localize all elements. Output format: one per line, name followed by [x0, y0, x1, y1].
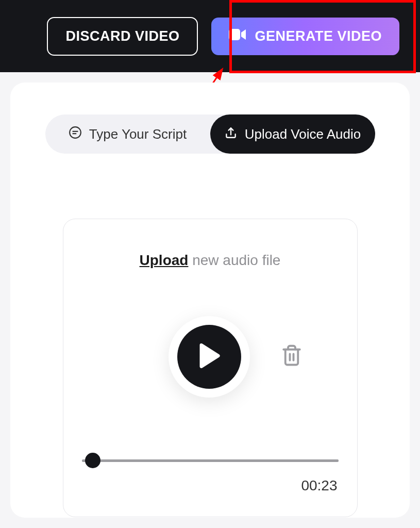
upload-title: Upload new audio file	[82, 252, 339, 269]
play-button[interactable]	[169, 316, 250, 398]
chat-icon	[69, 126, 82, 143]
tab-upload-label: Upload Voice Audio	[245, 126, 361, 142]
video-camera-icon	[229, 28, 246, 45]
trash-icon	[281, 343, 303, 370]
progress-track	[82, 459, 339, 462]
upload-link[interactable]: Upload	[140, 252, 189, 268]
header-bar: DISCARD VIDEO GENERATE VIDEO	[0, 0, 420, 72]
script-tabs: Type Your Script Upload Voice Audio	[45, 114, 375, 154]
audio-card: Upload new audio file	[63, 219, 358, 517]
play-button-inner	[177, 325, 241, 389]
audio-duration: 00:23	[82, 477, 339, 494]
content-area: Type Your Script Upload Voice Audio Uplo…	[0, 72, 420, 528]
tab-type-script[interactable]: Type Your Script	[45, 114, 210, 154]
generate-video-button[interactable]: GENERATE VIDEO	[211, 18, 399, 55]
progress-thumb[interactable]	[85, 453, 100, 468]
main-panel: Type Your Script Upload Voice Audio Uplo…	[10, 82, 410, 518]
player-controls	[82, 316, 339, 398]
delete-audio-button[interactable]	[281, 343, 303, 370]
audio-progress[interactable]: 00:23	[82, 459, 339, 494]
tab-upload-audio[interactable]: Upload Voice Audio	[210, 114, 375, 154]
discard-video-button[interactable]: DISCARD VIDEO	[47, 17, 198, 56]
upload-icon	[224, 126, 238, 143]
upload-title-rest: new audio file	[188, 252, 280, 268]
tab-script-label: Type Your Script	[89, 126, 187, 142]
svg-rect-0	[229, 29, 240, 40]
svg-point-3	[70, 127, 81, 138]
generate-video-label: GENERATE VIDEO	[255, 28, 382, 44]
play-icon	[198, 343, 221, 371]
